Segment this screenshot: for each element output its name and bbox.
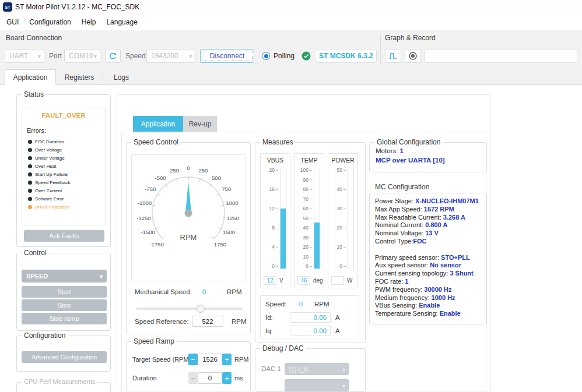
error-led-icon [28,164,32,168]
disconnect-button[interactable]: Disconnect [200,49,254,63]
mc-config-row-label: Max Readable Current: [375,214,443,221]
mc-config-row-label: VBus Sensing: [375,302,419,309]
duration-minus-button[interactable]: − [188,372,198,384]
speed-control-title: Speed Control [131,138,181,146]
svg-text:1500: 1500 [223,229,235,235]
temp-meter-fill [314,223,320,269]
error-led-icon [28,156,32,160]
error-led-icon [28,172,32,176]
duration-input[interactable] [198,372,222,384]
tab-registers[interactable]: Registers [56,69,103,85]
error-item-label: Driver Protection [35,204,70,210]
ack-faults-button[interactable]: Ack Faults [24,230,104,242]
menu-gui[interactable]: GUI [1,18,24,26]
uart-select[interactable]: UART [5,49,44,63]
error-item: Driver Protection [28,203,71,211]
mc-config-row-label: Medium frequency: [375,294,432,301]
svg-text:-500: -500 [155,175,166,181]
mc-config-row: Aux speed sensor: No sensor [375,262,486,270]
error-item-label: FOC Duration [35,139,64,144]
board-connection-title: Board Connection [6,34,62,42]
mc-config-row-label: Aux speed sensor: [375,262,430,269]
record-signal-input[interactable] [425,49,577,63]
stop-ramp-button[interactable]: Stop ramp [22,313,107,324]
mc-config-row-label: Primary speed sensor: [375,254,441,261]
motors-value: 1 [400,147,404,154]
baud-select[interactable]: 1843200 [146,49,195,63]
duration-plus-button[interactable]: + [222,372,232,384]
vbus-value: 12 [264,276,276,285]
speed-reference-slider[interactable] [136,305,242,313]
motors-label: Motors: [376,147,400,154]
error-item: Start Up Failure [28,170,71,178]
target-speed-unit: RPM [234,356,248,363]
error-item: Over Heat [28,162,71,170]
stop-button[interactable]: Stop [22,299,107,311]
speed-gauge: -1750-1500-1250-1000-750-500-25002505007… [132,155,245,280]
temp-unit: deg [313,277,323,284]
debug-dac-group: Debug / DAC DAC 1 [1] I_A [255,348,366,392]
temp-meter: TEMP 1009080706050403020100 46deg [294,153,324,288]
tab-logs[interactable]: Logs [103,69,139,85]
mc-config-row-label: PWM frequency: [375,286,424,293]
refresh-ports-button[interactable] [105,49,121,63]
tab-application[interactable]: Application [5,69,56,85]
motor-tab-revup[interactable]: Rev-up [183,116,217,132]
svg-text:1250: 1250 [227,215,239,221]
record-button[interactable] [405,49,421,63]
minus-icon: − [191,356,195,363]
control-mode-select[interactable]: SPEED [22,270,107,282]
board-connection-panel: Board Connection UART Port COM19 Speed 1… [0,30,582,68]
dac2-select[interactable] [285,379,349,391]
mc-config-row-label: Nominal Current: [375,221,425,228]
svg-text:1750: 1750 [214,241,226,248]
duration-label: Duration [132,375,157,382]
target-speed-input[interactable] [198,354,222,365]
speed-label: Speed [125,52,146,60]
advanced-configuration-button[interactable]: Advanced Configuration [22,351,107,363]
mc-config-row-value: Enable [419,302,440,309]
svg-text:-1750: -1750 [149,241,163,248]
cpu-perf-group-title: CPU Perf Measurements [22,378,97,385]
start-button[interactable]: Start [22,286,107,298]
motor-tab-application[interactable]: Application [133,116,183,132]
temp-value: 46 [297,276,310,285]
mechanical-speed-unit: RPM [227,288,242,295]
mc-config-row-value: 1572 RPM [424,206,454,213]
error-led-icon [28,140,32,144]
svg-text:250: 250 [198,167,208,174]
waveform-icon [388,52,398,60]
iq-field-label: Iq: [265,327,273,334]
port-select[interactable]: COM19 [64,49,100,63]
speed-reference-unit: RPM [232,318,247,325]
mc-config-row: Nominal Voltage: 13 V [375,229,486,238]
svg-text:0: 0 [187,165,190,171]
mc-config-row-label: Nominal Voltage: [375,229,425,236]
dac1-select[interactable]: [1] I_A [285,363,349,375]
svg-text:-750: -750 [145,186,156,192]
power-meter-name: POWER [328,157,357,164]
power-value [331,276,344,285]
polling-radio[interactable] [262,52,270,60]
id-field-label: Id: [265,314,273,321]
speed-slider-handle[interactable] [197,305,205,313]
menu-configuration[interactable]: Configuration [24,18,76,26]
graph-button[interactable] [385,49,401,63]
mcp-link[interactable]: MCP over UARTA [10] [376,157,445,164]
port-label: Port [49,52,62,60]
minus-icon: − [191,375,195,382]
speed-reference-input[interactable] [192,316,223,327]
mc-config-row [375,246,486,254]
slider-track [136,308,242,310]
target-speed-plus-button[interactable]: + [222,354,232,365]
id-field-unit: A [335,314,340,321]
menu-language[interactable]: Language [101,18,142,26]
temp-meter-bar [314,168,320,269]
target-speed-minus-button[interactable]: − [188,354,198,365]
power-meter-scale: 50403020100 [330,168,346,269]
dac1-label: DAC 1 [261,365,281,372]
error-item-label: Sotware Error [35,196,64,202]
error-item-label: Over Heat [35,164,56,169]
speed-ramp-title: Speed Ramp [131,337,177,345]
menu-help[interactable]: Help [76,18,101,26]
